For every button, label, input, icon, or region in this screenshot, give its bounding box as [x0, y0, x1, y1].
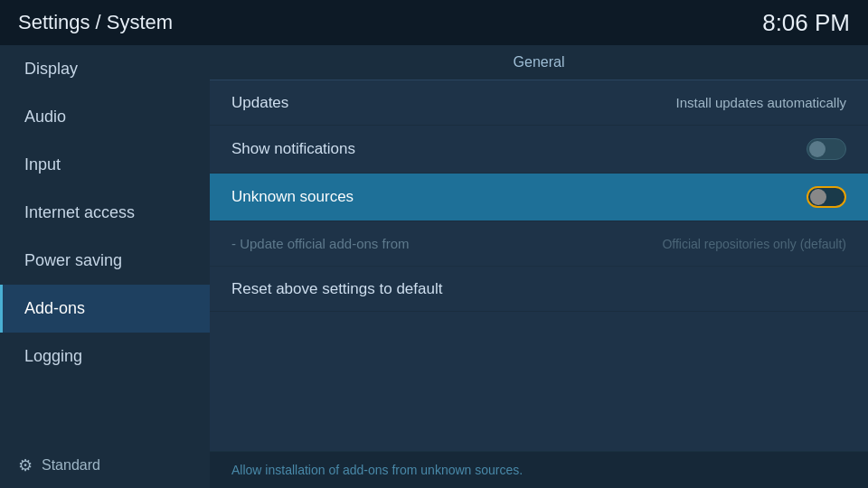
setting-row-show-notifications[interactable]: Show notifications: [210, 126, 868, 174]
setting-label-reset: Reset above settings to default: [231, 280, 442, 298]
settings-list: Updates Install updates automatically Sh…: [210, 80, 868, 451]
toggle-show-notifications[interactable]: [807, 138, 846, 160]
gear-icon: ⚙: [18, 455, 33, 475]
sidebar-item-internet-access[interactable]: Internet access: [0, 189, 210, 237]
sidebar-item-logging[interactable]: Logging: [0, 333, 210, 380]
setting-value-updates: Install updates automatically: [676, 95, 846, 110]
setting-row-unknown-sources[interactable]: Unknown sources: [210, 174, 868, 221]
setting-label-show-notifications: Show notifications: [231, 140, 355, 158]
header: Settings / System 8:06 PM: [0, 0, 868, 45]
setting-row-updates[interactable]: Updates Install updates automatically: [210, 80, 868, 126]
page-title: Settings / System: [18, 11, 173, 34]
sidebar-item-audio[interactable]: Audio: [0, 93, 210, 141]
sidebar-item-power-saving[interactable]: Power saving: [0, 237, 210, 285]
content-area: General Updates Install updates automati…: [210, 45, 868, 488]
sidebar-item-add-ons[interactable]: Add-ons: [0, 285, 210, 333]
setting-label-unknown-sources: Unknown sources: [231, 188, 354, 206]
sidebar-item-input[interactable]: Input: [0, 141, 210, 189]
clock: 8:06 PM: [762, 9, 850, 37]
main-layout: Display Audio Input Internet access Powe…: [0, 45, 868, 488]
standard-label: Standard: [42, 457, 100, 474]
footer-hint: Allow installation of add-ons from unkno…: [210, 451, 868, 488]
setting-label-update-official: - Update official add-ons from: [231, 236, 410, 251]
sidebar: Display Audio Input Internet access Powe…: [0, 45, 210, 488]
setting-value-update-official: Official repositories only (default): [662, 237, 846, 251]
section-header: General: [210, 45, 868, 80]
setting-row-update-official[interactable]: - Update official add-ons from Official …: [210, 221, 868, 267]
setting-row-reset[interactable]: Reset above settings to default: [210, 267, 868, 312]
sidebar-bottom: ⚙ Standard: [0, 443, 210, 488]
setting-label-updates: Updates: [231, 94, 288, 112]
toggle-unknown-sources[interactable]: [807, 186, 846, 208]
sidebar-item-display[interactable]: Display: [0, 45, 210, 93]
